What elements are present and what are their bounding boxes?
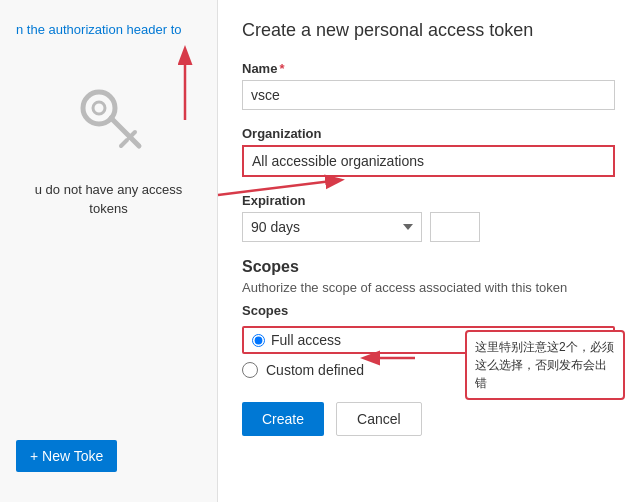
expiration-row: 90 days 30 days 60 days Custom <box>242 212 615 242</box>
create-button[interactable]: Create <box>242 402 324 436</box>
name-input[interactable] <box>242 80 615 110</box>
new-token-button-label: + New Toke <box>30 448 103 464</box>
key-icon <box>69 80 149 160</box>
scopes-desc: Authorize the scope of access associated… <box>242 280 615 295</box>
name-label-text: Name <box>242 61 277 76</box>
main-content: Create a new personal access token Name*… <box>218 0 639 502</box>
cancel-button[interactable]: Cancel <box>336 402 422 436</box>
expiration-extra-input[interactable] <box>430 212 480 242</box>
sidebar: n the authorization header to u do not h… <box>0 0 218 502</box>
scopes-section: Scopes Authorize the scope of access ass… <box>242 258 615 378</box>
expiration-label: Expiration <box>242 193 615 208</box>
sidebar-bottom-text: u do not have any access tokens <box>16 180 201 219</box>
page-title: Create a new personal access token <box>242 20 615 41</box>
name-field-group: Name* <box>242 61 615 110</box>
org-input[interactable] <box>242 145 615 177</box>
required-indicator: * <box>279 61 284 76</box>
scopes-title: Scopes <box>242 258 615 276</box>
action-buttons: Create Cancel <box>242 402 615 436</box>
expiration-select[interactable]: 90 days 30 days 60 days Custom <box>242 212 422 242</box>
full-access-option[interactable]: Full access <box>242 326 615 354</box>
custom-defined-option[interactable]: Custom defined <box>242 362 615 378</box>
expiration-field-group: Expiration 90 days 30 days 60 days Custo… <box>242 193 615 242</box>
name-label: Name* <box>242 61 615 76</box>
scopes-label: Scopes <box>242 303 615 318</box>
svg-line-3 <box>129 132 135 138</box>
sidebar-icon-area: u do not have any access tokens <box>16 80 201 219</box>
new-token-button[interactable]: + New Toke <box>16 440 117 472</box>
full-access-label: Full access <box>271 332 341 348</box>
org-field-group: Organization <box>242 126 615 177</box>
scopes-radio-group: Full access Custom defined <box>242 326 615 378</box>
svg-line-4 <box>121 140 127 146</box>
org-label: Organization <box>242 126 615 141</box>
svg-point-1 <box>93 102 105 114</box>
sidebar-auth-text: n the authorization header to <box>16 20 201 40</box>
custom-defined-label: Custom defined <box>266 362 364 378</box>
full-access-radio[interactable] <box>252 334 265 347</box>
custom-defined-radio[interactable] <box>242 362 258 378</box>
